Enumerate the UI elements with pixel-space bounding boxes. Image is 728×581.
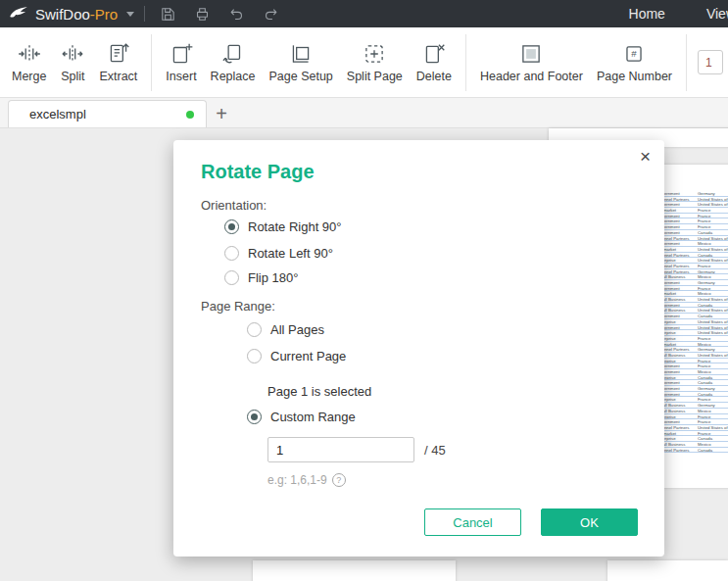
app-window: SwifDoo -Pro Home View Merge (0, 0, 728, 581)
tool-label: Page Setup (268, 70, 332, 83)
radio-label: Flip 180° (248, 270, 298, 285)
radio-custom-range[interactable]: Custom Range (247, 409, 356, 424)
ok-button[interactable]: OK (541, 508, 638, 536)
print-icon (194, 6, 211, 23)
dialog-buttons: Cancel OK (424, 508, 638, 536)
extract-button[interactable]: Extract (92, 31, 144, 94)
app-logo-bird-icon (9, 4, 28, 24)
save-button[interactable] (159, 5, 176, 23)
dialog-title: Rotate Page (201, 161, 315, 183)
document-area: GovernmentGermanyChannel PartnersUnited … (0, 128, 728, 581)
radio-all-pages[interactable]: All Pages (247, 321, 324, 337)
custom-range-row: / 45 (267, 437, 446, 462)
header-footer-button[interactable]: Header and Footer (473, 31, 590, 94)
radio-flip-180[interactable]: Flip 180° (224, 269, 298, 285)
undo-icon (228, 6, 245, 23)
delete-button[interactable]: Delete (410, 31, 459, 94)
toolbar: Merge Split Extract Insert Replace (0, 27, 728, 98)
tool-label: Header and Footer (480, 70, 583, 83)
page-number-icon: # (621, 41, 647, 67)
tool-label: Extract (99, 70, 137, 83)
document-page-partial (253, 560, 456, 581)
radio-label: Rotate Left 90° (248, 246, 333, 261)
header-footer-icon (518, 41, 544, 67)
insert-button[interactable]: Insert (159, 31, 203, 94)
titlebar-separator (144, 6, 145, 22)
radio-current-page[interactable]: Current Page (247, 348, 346, 363)
radio-button-icon[interactable] (224, 219, 239, 234)
toolbar-separator (686, 34, 687, 91)
tool-label: Replace (211, 70, 256, 83)
page-setup-icon (288, 41, 314, 67)
tool-label: Split (61, 70, 84, 83)
help-icon[interactable]: ? (332, 473, 346, 487)
split-button[interactable]: Split (53, 31, 92, 94)
page-setup-button[interactable]: Page Setup (262, 31, 339, 94)
titlebar: SwifDoo -Pro Home View (0, 0, 728, 27)
close-icon[interactable]: × (640, 146, 651, 168)
split-icon (60, 41, 85, 67)
add-tab-button[interactable]: + (207, 100, 236, 127)
toolbar-separator (465, 34, 466, 91)
range-hint: e.g: 1,6,1-9 (267, 473, 327, 487)
page-number-button[interactable]: # Page Number (590, 31, 679, 94)
replace-icon (220, 41, 246, 67)
page-range-label: Page Range: (201, 299, 275, 314)
undo-button[interactable] (227, 5, 245, 23)
radio-rotate-left[interactable]: Rotate Left 90° (224, 245, 333, 261)
radio-label: Rotate Right 90° (248, 219, 342, 234)
tool-label: Delete (416, 70, 452, 83)
radio-label: All Pages (270, 322, 324, 337)
rotate-page-dialog: × Rotate Page Orientation: Rotate Right … (173, 140, 664, 557)
menu-home[interactable]: Home (629, 6, 665, 22)
radio-button-icon[interactable] (247, 349, 262, 363)
redo-button[interactable] (262, 5, 279, 23)
delete-icon (421, 41, 447, 67)
app-name: SwifDoo (35, 6, 90, 23)
svg-text:#: # (632, 48, 638, 59)
radio-button-icon[interactable] (224, 270, 239, 285)
hint-row: e.g: 1,6,1-9 ? (267, 473, 346, 487)
tool-label: Page Number (597, 70, 672, 83)
merge-button[interactable]: Merge (5, 31, 53, 94)
radio-label: Current Page (270, 349, 346, 363)
menu-view[interactable]: View (706, 6, 728, 22)
split-page-icon (362, 41, 387, 67)
split-page-button[interactable]: Split Page (340, 31, 410, 94)
chevron-down-icon[interactable] (126, 12, 134, 17)
total-pages: / 45 (424, 443, 446, 458)
radio-label: Custom Range (270, 410, 356, 424)
tool-label: Merge (12, 70, 46, 83)
page-selected-note: Page 1 is selected (267, 384, 371, 399)
unsaved-dot-icon (186, 111, 194, 119)
tab-bar: excelsmpl + (0, 98, 728, 128)
print-button[interactable] (193, 5, 211, 23)
replace-button[interactable]: Replace (204, 31, 263, 94)
tool-label: Split Page (347, 70, 403, 83)
custom-range-input[interactable] (267, 437, 414, 462)
radio-button-icon[interactable] (247, 322, 262, 337)
radio-rotate-right[interactable]: Rotate Right 90° (224, 218, 342, 234)
tool-label: Insert (166, 70, 196, 83)
radio-button-icon[interactable] (224, 246, 239, 261)
extract-icon (106, 41, 131, 67)
cancel-button[interactable]: Cancel (424, 508, 521, 536)
save-icon (160, 6, 176, 23)
app-pro-badge: -Pro (90, 6, 118, 23)
page-indicator-input[interactable]: 1 (698, 50, 723, 74)
tab-label: excelsmpl (29, 107, 186, 121)
merge-icon (17, 41, 42, 67)
redo-icon (263, 6, 279, 23)
toolbar-separator (151, 34, 152, 91)
insert-icon (169, 41, 194, 67)
document-page-partial (607, 560, 728, 581)
orientation-label: Orientation: (201, 198, 267, 213)
tab-excelsmpl[interactable]: excelsmpl (8, 100, 207, 127)
radio-button-icon[interactable] (247, 410, 262, 424)
